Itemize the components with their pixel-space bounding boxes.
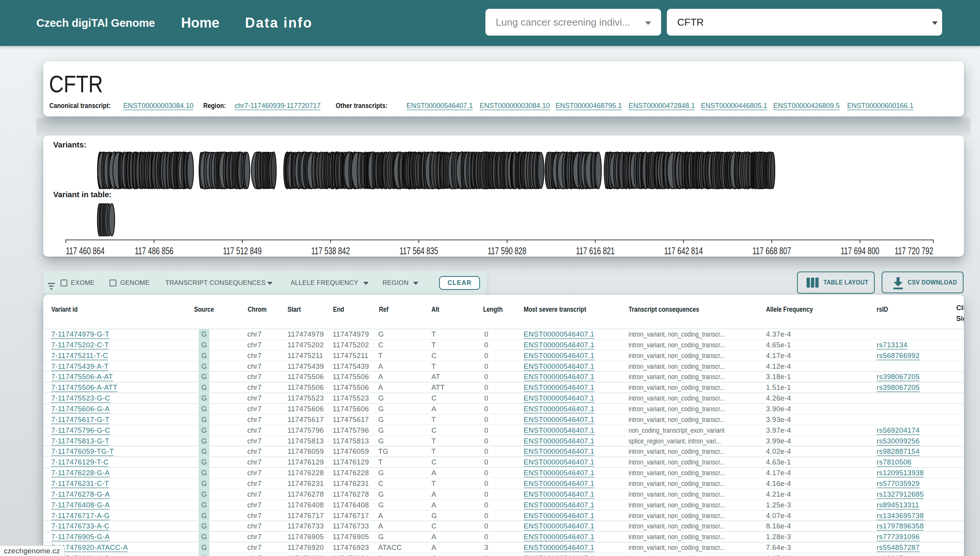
svg-text:117 590 828: 117 590 828 [488,245,526,257]
svg-text:117 460 864: 117 460 864 [66,245,105,257]
svg-text:117 668 807: 117 668 807 [753,245,791,257]
svg-text:117 642 814: 117 642 814 [664,245,703,257]
svg-text:117 720 792: 117 720 792 [895,245,933,257]
svg-text:117 564 835: 117 564 835 [400,245,438,257]
svg-text:117 616 821: 117 616 821 [576,245,615,257]
svg-text:117 538 842: 117 538 842 [311,245,350,257]
svg-text:117 694 800: 117 694 800 [841,245,879,257]
svg-text:117 512 849: 117 512 849 [223,245,262,257]
svg-text:117 486 856: 117 486 856 [135,245,173,257]
